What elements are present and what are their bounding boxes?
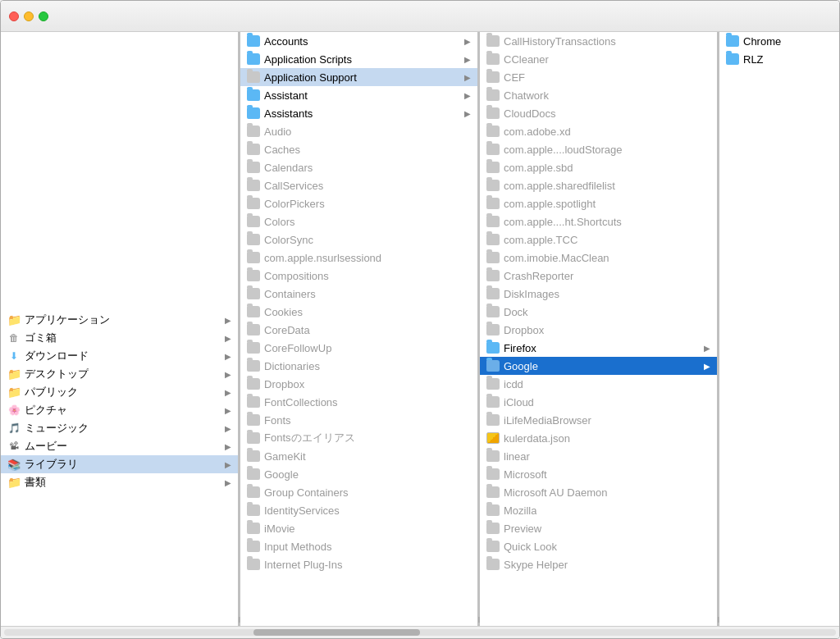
list-item[interactable]: 🗑 ゴミ箱 ▶ <box>1 329 238 347</box>
list-item[interactable]: iCloud <box>480 393 717 411</box>
folder-icon <box>247 396 260 408</box>
list-item[interactable]: 🎵 ミュージック ▶ <box>1 419 238 437</box>
folder-icon <box>726 35 739 47</box>
list-item[interactable]: DiskImages <box>480 285 717 303</box>
traffic-lights <box>9 11 48 21</box>
list-item[interactable]: CloudDocs <box>480 104 717 122</box>
list-item-rlz[interactable]: RLZ <box>719 50 839 68</box>
folder-icon <box>247 180 260 191</box>
list-item[interactable]: Preview <box>480 519 717 537</box>
list-item[interactable]: Microsoft <box>480 465 717 483</box>
list-item[interactable]: icdd <box>480 375 717 393</box>
list-item[interactable]: Caches <box>240 140 477 158</box>
list-item[interactable]: Accounts ▶ <box>240 32 477 50</box>
list-item[interactable]: Internet Plug-Ins <box>240 555 477 573</box>
list-item-firefox[interactable]: Firefox ▶ <box>480 339 717 357</box>
list-item[interactable]: com.apple....loudStorage <box>480 140 717 158</box>
list-item[interactable]: CrashReporter <box>480 267 717 285</box>
list-item[interactable]: com.imobie.MacClean <box>480 249 717 267</box>
chevron-right-icon: ▶ <box>225 316 231 325</box>
list-item[interactable]: iMovie <box>240 519 477 537</box>
list-item[interactable]: 🌸 ピクチャ ▶ <box>1 401 238 419</box>
close-button[interactable] <box>9 11 19 21</box>
horizontal-scrollbar[interactable] <box>4 629 836 636</box>
list-item[interactable]: Input Methods <box>240 537 477 555</box>
list-item[interactable]: linear <box>480 447 717 465</box>
list-item[interactable]: Cookies <box>240 303 477 321</box>
list-item-application-support[interactable]: Application Support ▶ <box>240 68 477 86</box>
list-item[interactable]: iLifeMediaBrowser <box>480 411 717 429</box>
chevron-right-icon: ▶ <box>704 344 710 353</box>
column-4: Chrome RLZ <box>719 32 839 626</box>
list-item[interactable]: Mozilla <box>480 501 717 519</box>
list-item[interactable]: CEF <box>480 68 717 86</box>
folder-icon <box>486 71 500 83</box>
chevron-right-icon: ▶ <box>225 460 231 469</box>
list-item[interactable]: Calendars <box>240 158 477 176</box>
folder-icon <box>486 53 500 65</box>
folder-icon <box>247 324 260 335</box>
list-item[interactable]: CoreFollowUp <box>240 339 477 357</box>
list-item[interactable]: CoreData <box>240 321 477 339</box>
list-item[interactable]: CCleaner <box>480 50 717 68</box>
list-item[interactable]: IdentityServices <box>240 501 477 519</box>
list-item[interactable]: Dictionaries <box>240 357 477 375</box>
folder-icon: 📁 <box>7 367 21 381</box>
list-item[interactable]: Dropbox <box>480 321 717 339</box>
list-item[interactable]: 📁 アプリケーション ▶ <box>1 311 238 329</box>
list-item[interactable]: com.apple....ht.Shortcuts <box>480 212 717 230</box>
list-item[interactable]: Assistants ▶ <box>240 104 477 122</box>
list-item[interactable]: com.adobe.xd <box>480 122 717 140</box>
folder-icon <box>247 378 260 390</box>
list-item[interactable]: Skype Helper <box>480 555 717 573</box>
minimize-button[interactable] <box>24 11 34 21</box>
list-item[interactable]: Dropbox <box>240 375 477 393</box>
list-item-google[interactable]: Google ▶ <box>480 357 717 375</box>
list-item[interactable]: FontCollections <box>240 393 477 411</box>
folder-icon <box>486 89 500 101</box>
maximize-button[interactable] <box>39 11 48 21</box>
list-item[interactable]: com.apple.TCC <box>480 230 717 249</box>
list-item[interactable]: ⬇ ダウンロード ▶ <box>1 347 238 365</box>
list-item[interactable]: Group Containers <box>240 483 477 501</box>
list-item-chrome[interactable]: Chrome <box>719 32 839 50</box>
folder-icon <box>247 342 260 354</box>
folder-icon <box>247 270 260 281</box>
list-item[interactable]: Fontsのエイリアス <box>240 429 477 447</box>
list-item[interactable]: Application Scripts ▶ <box>240 50 477 68</box>
folder-icon <box>726 53 739 65</box>
list-item[interactable]: com.apple.spotlight <box>480 194 717 212</box>
list-item[interactable]: Colors <box>240 212 477 230</box>
list-item[interactable]: Containers <box>240 285 477 303</box>
list-item[interactable]: GameKit <box>240 447 477 465</box>
list-item[interactable]: com.apple.sharedfilelist <box>480 176 717 194</box>
list-item[interactable]: 📽 ムービー ▶ <box>1 437 238 455</box>
list-item[interactable]: Compositions <box>240 267 477 285</box>
list-item[interactable]: Quick Look <box>480 537 717 555</box>
column-3: CallHistoryTransactions CCleaner CEF Cha… <box>480 32 718 626</box>
list-item[interactable]: 📁 書類 ▶ <box>1 473 238 491</box>
list-item[interactable]: Chatwork <box>480 86 717 104</box>
list-item[interactable]: Assistant ▶ <box>240 86 477 104</box>
list-item[interactable]: Fonts <box>240 411 477 429</box>
list-item[interactable]: CallServices <box>240 176 477 194</box>
list-item-library[interactable]: 📚 ライブラリ ▶ <box>1 455 238 473</box>
folder-icon <box>486 144 500 155</box>
list-item[interactable]: com.apple.sbd <box>480 158 717 176</box>
folder-icon <box>247 252 260 263</box>
folder-icon <box>486 270 500 281</box>
list-item[interactable]: Dock <box>480 303 717 321</box>
list-item[interactable]: CallHistoryTransactions <box>480 32 717 50</box>
list-item[interactable]: Microsoft AU Daemon <box>480 483 717 501</box>
scrollbar-thumb[interactable] <box>253 629 420 636</box>
folder-icon <box>486 486 500 498</box>
list-item[interactable]: ColorSync <box>240 230 477 249</box>
list-item[interactable]: 📁 パブリック ▶ <box>1 383 238 401</box>
list-item[interactable]: 📁 デスクトップ ▶ <box>1 365 238 383</box>
json-icon <box>486 432 500 444</box>
list-item[interactable]: kulerdata.json <box>480 429 717 447</box>
list-item[interactable]: Audio <box>240 122 477 140</box>
list-item[interactable]: com.apple.nsurlsessiond <box>240 249 477 267</box>
list-item[interactable]: ColorPickers <box>240 194 477 212</box>
list-item[interactable]: Google <box>240 465 477 483</box>
